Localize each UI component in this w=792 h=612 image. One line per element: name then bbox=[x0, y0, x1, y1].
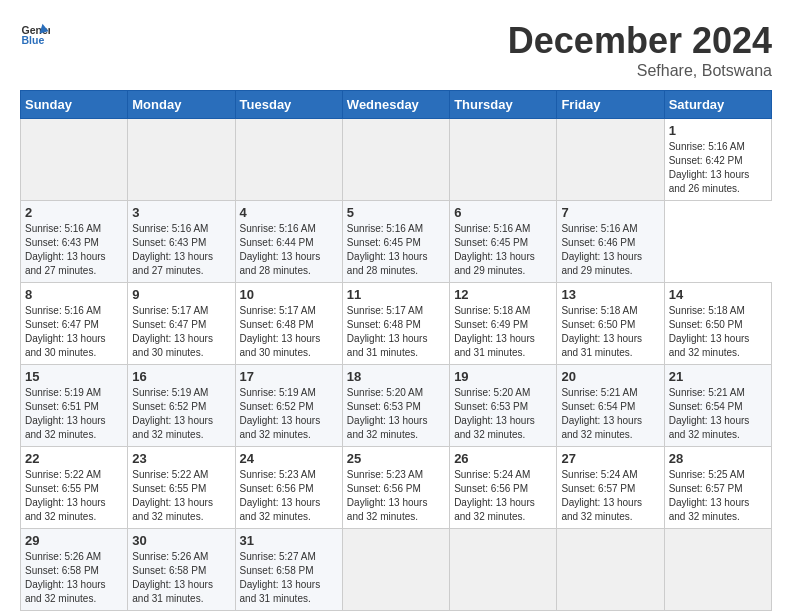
day-number: 7 bbox=[561, 205, 659, 220]
header-friday: Friday bbox=[557, 91, 664, 119]
calendar-day: 4Sunrise: 5:16 AMSunset: 6:44 PMDaylight… bbox=[235, 201, 342, 283]
day-number: 22 bbox=[25, 451, 123, 466]
calendar-day: 11Sunrise: 5:17 AMSunset: 6:48 PMDayligh… bbox=[342, 283, 449, 365]
calendar-week-row: 22Sunrise: 5:22 AMSunset: 6:55 PMDayligh… bbox=[21, 447, 772, 529]
header-thursday: Thursday bbox=[450, 91, 557, 119]
header-tuesday: Tuesday bbox=[235, 91, 342, 119]
calendar-day: 14Sunrise: 5:18 AMSunset: 6:50 PMDayligh… bbox=[664, 283, 771, 365]
svg-text:Blue: Blue bbox=[22, 34, 45, 46]
calendar-day: 9Sunrise: 5:17 AMSunset: 6:47 PMDaylight… bbox=[128, 283, 235, 365]
day-number: 8 bbox=[25, 287, 123, 302]
day-number: 3 bbox=[132, 205, 230, 220]
day-info: Sunrise: 5:16 AMSunset: 6:45 PMDaylight:… bbox=[347, 222, 445, 278]
logo-icon: General Blue bbox=[20, 20, 50, 50]
day-number: 29 bbox=[25, 533, 123, 548]
day-info: Sunrise: 5:23 AMSunset: 6:56 PMDaylight:… bbox=[240, 468, 338, 524]
day-info: Sunrise: 5:21 AMSunset: 6:54 PMDaylight:… bbox=[561, 386, 659, 442]
calendar-week-row: 15Sunrise: 5:19 AMSunset: 6:51 PMDayligh… bbox=[21, 365, 772, 447]
day-info: Sunrise: 5:16 AMSunset: 6:43 PMDaylight:… bbox=[132, 222, 230, 278]
day-number: 1 bbox=[669, 123, 767, 138]
calendar-day: 19Sunrise: 5:20 AMSunset: 6:53 PMDayligh… bbox=[450, 365, 557, 447]
calendar-day: 26Sunrise: 5:24 AMSunset: 6:56 PMDayligh… bbox=[450, 447, 557, 529]
logo: General Blue bbox=[20, 20, 50, 50]
calendar-day: 13Sunrise: 5:18 AMSunset: 6:50 PMDayligh… bbox=[557, 283, 664, 365]
calendar-day: 10Sunrise: 5:17 AMSunset: 6:48 PMDayligh… bbox=[235, 283, 342, 365]
calendar-header-row: SundayMondayTuesdayWednesdayThursdayFrid… bbox=[21, 91, 772, 119]
calendar-day: 21Sunrise: 5:21 AMSunset: 6:54 PMDayligh… bbox=[664, 365, 771, 447]
day-number: 24 bbox=[240, 451, 338, 466]
empty-day bbox=[21, 119, 128, 201]
day-info: Sunrise: 5:26 AMSunset: 6:58 PMDaylight:… bbox=[25, 550, 123, 606]
calendar-table: SundayMondayTuesdayWednesdayThursdayFrid… bbox=[20, 90, 772, 611]
header-saturday: Saturday bbox=[664, 91, 771, 119]
day-number: 5 bbox=[347, 205, 445, 220]
day-info: Sunrise: 5:19 AMSunset: 6:52 PMDaylight:… bbox=[240, 386, 338, 442]
day-number: 6 bbox=[454, 205, 552, 220]
calendar-day: 15Sunrise: 5:19 AMSunset: 6:51 PMDayligh… bbox=[21, 365, 128, 447]
calendar-body: 1Sunrise: 5:16 AMSunset: 6:42 PMDaylight… bbox=[21, 119, 772, 611]
calendar-day: 3Sunrise: 5:16 AMSunset: 6:43 PMDaylight… bbox=[128, 201, 235, 283]
day-info: Sunrise: 5:17 AMSunset: 6:48 PMDaylight:… bbox=[347, 304, 445, 360]
month-title: December 2024 bbox=[508, 20, 772, 62]
day-info: Sunrise: 5:26 AMSunset: 6:58 PMDaylight:… bbox=[132, 550, 230, 606]
header: General Blue December 2024 Sefhare, Bots… bbox=[20, 20, 772, 80]
day-number: 2 bbox=[25, 205, 123, 220]
calendar-day: 8Sunrise: 5:16 AMSunset: 6:47 PMDaylight… bbox=[21, 283, 128, 365]
empty-day bbox=[128, 119, 235, 201]
empty-day bbox=[557, 119, 664, 201]
calendar-day bbox=[664, 529, 771, 611]
calendar-day: 31Sunrise: 5:27 AMSunset: 6:58 PMDayligh… bbox=[235, 529, 342, 611]
day-info: Sunrise: 5:18 AMSunset: 6:49 PMDaylight:… bbox=[454, 304, 552, 360]
day-info: Sunrise: 5:20 AMSunset: 6:53 PMDaylight:… bbox=[454, 386, 552, 442]
calendar-week-row: 29Sunrise: 5:26 AMSunset: 6:58 PMDayligh… bbox=[21, 529, 772, 611]
empty-day bbox=[450, 119, 557, 201]
day-number: 9 bbox=[132, 287, 230, 302]
day-info: Sunrise: 5:16 AMSunset: 6:46 PMDaylight:… bbox=[561, 222, 659, 278]
day-info: Sunrise: 5:18 AMSunset: 6:50 PMDaylight:… bbox=[561, 304, 659, 360]
calendar-day: 24Sunrise: 5:23 AMSunset: 6:56 PMDayligh… bbox=[235, 447, 342, 529]
day-info: Sunrise: 5:16 AMSunset: 6:47 PMDaylight:… bbox=[25, 304, 123, 360]
day-number: 17 bbox=[240, 369, 338, 384]
empty-day bbox=[342, 119, 449, 201]
calendar-week-row: 1Sunrise: 5:16 AMSunset: 6:42 PMDaylight… bbox=[21, 119, 772, 201]
day-number: 16 bbox=[132, 369, 230, 384]
calendar-week-row: 2Sunrise: 5:16 AMSunset: 6:43 PMDaylight… bbox=[21, 201, 772, 283]
calendar-day: 5Sunrise: 5:16 AMSunset: 6:45 PMDaylight… bbox=[342, 201, 449, 283]
day-info: Sunrise: 5:16 AMSunset: 6:43 PMDaylight:… bbox=[25, 222, 123, 278]
day-number: 21 bbox=[669, 369, 767, 384]
calendar-day: 2Sunrise: 5:16 AMSunset: 6:43 PMDaylight… bbox=[21, 201, 128, 283]
day-number: 18 bbox=[347, 369, 445, 384]
day-info: Sunrise: 5:18 AMSunset: 6:50 PMDaylight:… bbox=[669, 304, 767, 360]
day-number: 13 bbox=[561, 287, 659, 302]
day-info: Sunrise: 5:16 AMSunset: 6:44 PMDaylight:… bbox=[240, 222, 338, 278]
calendar-week-row: 8Sunrise: 5:16 AMSunset: 6:47 PMDaylight… bbox=[21, 283, 772, 365]
calendar-day: 20Sunrise: 5:21 AMSunset: 6:54 PMDayligh… bbox=[557, 365, 664, 447]
calendar-day: 28Sunrise: 5:25 AMSunset: 6:57 PMDayligh… bbox=[664, 447, 771, 529]
calendar-day: 12Sunrise: 5:18 AMSunset: 6:49 PMDayligh… bbox=[450, 283, 557, 365]
day-number: 25 bbox=[347, 451, 445, 466]
day-number: 14 bbox=[669, 287, 767, 302]
day-number: 19 bbox=[454, 369, 552, 384]
day-info: Sunrise: 5:22 AMSunset: 6:55 PMDaylight:… bbox=[132, 468, 230, 524]
calendar-day bbox=[342, 529, 449, 611]
calendar-day: 23Sunrise: 5:22 AMSunset: 6:55 PMDayligh… bbox=[128, 447, 235, 529]
calendar-day: 6Sunrise: 5:16 AMSunset: 6:45 PMDaylight… bbox=[450, 201, 557, 283]
day-info: Sunrise: 5:17 AMSunset: 6:47 PMDaylight:… bbox=[132, 304, 230, 360]
empty-day bbox=[235, 119, 342, 201]
calendar-day: 16Sunrise: 5:19 AMSunset: 6:52 PMDayligh… bbox=[128, 365, 235, 447]
day-info: Sunrise: 5:16 AMSunset: 6:42 PMDaylight:… bbox=[669, 140, 767, 196]
day-number: 11 bbox=[347, 287, 445, 302]
day-number: 20 bbox=[561, 369, 659, 384]
calendar-day: 7Sunrise: 5:16 AMSunset: 6:46 PMDaylight… bbox=[557, 201, 664, 283]
title-area: December 2024 Sefhare, Botswana bbox=[508, 20, 772, 80]
day-info: Sunrise: 5:24 AMSunset: 6:56 PMDaylight:… bbox=[454, 468, 552, 524]
day-info: Sunrise: 5:20 AMSunset: 6:53 PMDaylight:… bbox=[347, 386, 445, 442]
day-number: 10 bbox=[240, 287, 338, 302]
calendar-day: 22Sunrise: 5:22 AMSunset: 6:55 PMDayligh… bbox=[21, 447, 128, 529]
day-info: Sunrise: 5:22 AMSunset: 6:55 PMDaylight:… bbox=[25, 468, 123, 524]
day-number: 31 bbox=[240, 533, 338, 548]
day-info: Sunrise: 5:21 AMSunset: 6:54 PMDaylight:… bbox=[669, 386, 767, 442]
day-number: 12 bbox=[454, 287, 552, 302]
day-info: Sunrise: 5:24 AMSunset: 6:57 PMDaylight:… bbox=[561, 468, 659, 524]
calendar-day bbox=[450, 529, 557, 611]
